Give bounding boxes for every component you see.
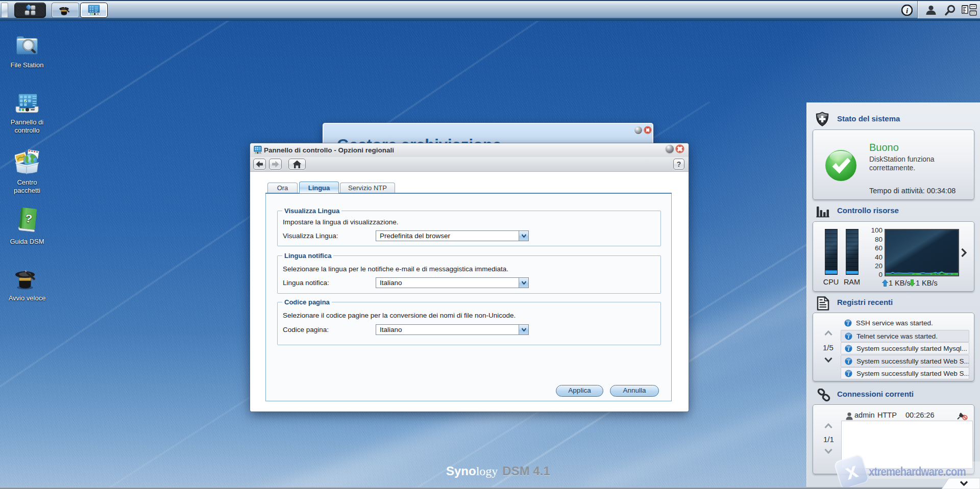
svg-text:i: i xyxy=(848,371,849,377)
svg-text:?: ? xyxy=(24,212,33,225)
svg-text:i: i xyxy=(848,359,849,365)
svg-text:i: i xyxy=(848,334,849,340)
svg-text:i: i xyxy=(847,321,849,326)
svg-text:i: i xyxy=(848,346,849,352)
